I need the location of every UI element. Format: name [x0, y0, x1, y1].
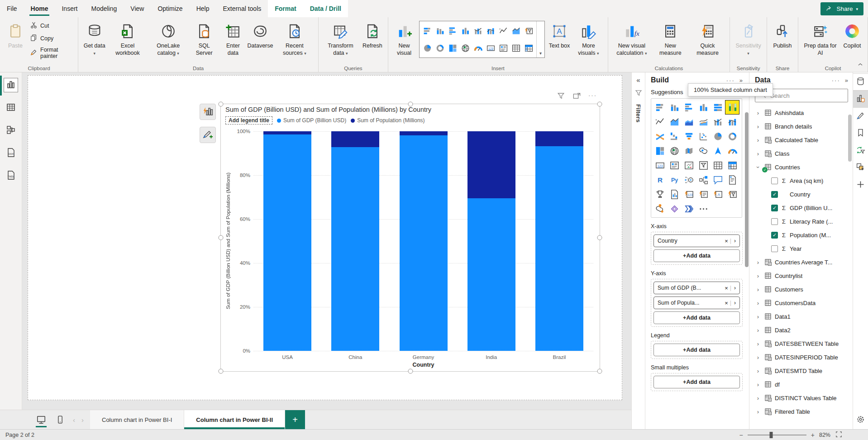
gcol-c-visual-icon[interactable]	[696, 100, 711, 115]
dataverse-button[interactable]: Dataverse	[247, 20, 274, 52]
remove-field-icon[interactable]: ×	[723, 238, 730, 244]
bar-segment[interactable]	[467, 198, 515, 351]
menu-tab-optimize[interactable]: Optimize	[151, 0, 189, 17]
next-page-arrow[interactable]: ›	[81, 416, 84, 424]
gnarr-visual-icon[interactable]	[725, 172, 739, 187]
resize-handle[interactable]	[219, 369, 224, 374]
get-data-button[interactable]: Get data ▾	[81, 20, 108, 58]
gpie-visual-icon[interactable]	[421, 39, 434, 57]
report-page[interactable]: ··· Sum of GDP (Billion USD) and Sum of …	[28, 75, 622, 400]
gtreemap-visual-icon[interactable]	[446, 39, 459, 57]
gdonut-visual-icon[interactable]	[434, 39, 446, 57]
gbar-s-visual-icon[interactable]	[653, 100, 667, 115]
menu-tab-insert[interactable]: Insert	[55, 0, 84, 17]
ggauge-visual-icon[interactable]	[472, 39, 484, 57]
field-options-icon[interactable]: ›	[731, 285, 737, 291]
data-table-customersdata[interactable]: ›CustomersData	[755, 296, 848, 310]
data-table-calculated-table[interactable]: ›Calculated Table	[755, 133, 848, 147]
resize-handle[interactable]	[408, 369, 413, 374]
expand-icon[interactable]: ›	[755, 313, 761, 320]
expand-icon[interactable]: ›	[755, 137, 761, 143]
gbar-c-visual-icon[interactable]	[682, 100, 696, 115]
data-field-year[interactable]: ΣYear	[755, 242, 848, 255]
field-options-icon[interactable]: ›	[731, 238, 737, 244]
bar-segment[interactable]	[331, 147, 379, 351]
bar-segment[interactable]	[263, 134, 311, 351]
new-page-button[interactable]: +	[285, 410, 305, 429]
gcol-c-visual-icon[interactable]	[459, 22, 472, 39]
copy-button[interactable]: Copy	[28, 33, 75, 44]
page-tab-column-chart-in-power-bi-ii[interactable]: Column chart in Power BI-II	[184, 410, 285, 429]
gmatrix-visual-icon[interactable]	[522, 39, 535, 57]
gzapA-visual-icon[interactable]: A	[711, 187, 725, 201]
format-visual-button[interactable]	[200, 127, 216, 143]
menu-tab-help[interactable]: Help	[190, 0, 216, 17]
data-table-countries-average-t[interactable]: ›Countries Average T...	[755, 255, 848, 269]
gwaterfall-visual-icon[interactable]	[667, 129, 682, 143]
legend-item[interactable]: Sum of Population (Millions)	[351, 117, 424, 124]
data-table-datesmtd-table[interactable]: ›DATESMTD Table	[755, 364, 848, 378]
format-painter-button[interactable]: Format painter	[28, 45, 75, 61]
sensitivity-button[interactable]: Sensitivity ▾	[733, 20, 764, 58]
cut-button[interactable]: Cut	[28, 20, 75, 32]
add-pane-button[interactable]	[853, 177, 868, 194]
add-data-button[interactable]: +Add data	[653, 249, 740, 262]
gmap-f-visual-icon[interactable]	[682, 143, 696, 158]
gmap-s-visual-icon[interactable]	[696, 143, 711, 158]
gtreemap-visual-icon[interactable]	[653, 143, 667, 158]
menu-tab-format[interactable]: Format	[268, 0, 303, 17]
gline-visual-icon[interactable]	[653, 115, 667, 129]
field-checkbox-unchecked[interactable]	[771, 245, 778, 252]
field-pill-sum-of-gdp-b[interactable]: Sum of GDP (B...×|›	[653, 282, 740, 294]
gcombo1-visual-icon[interactable]	[711, 115, 725, 129]
gpin-visual-icon[interactable]	[653, 201, 667, 216]
gdecomp-visual-icon[interactable]	[696, 172, 711, 187]
gkeyinf-visual-icon[interactable]	[682, 172, 696, 187]
expand-filters-icon[interactable]: «	[636, 76, 640, 84]
analyze-visual-button[interactable]	[200, 104, 216, 120]
gtrophy-visual-icon[interactable]	[653, 187, 667, 201]
data-field-population-m[interactable]: ✓ΣPopulation (M...	[755, 228, 848, 242]
gallery-expand-icon[interactable]: ▾	[536, 21, 544, 57]
new-visual-calculation-button[interactable]: fxNew visual calculation ▾	[611, 20, 653, 58]
settings-button[interactable]	[856, 415, 865, 426]
expand-icon[interactable]: ›	[755, 273, 761, 279]
report-view-button[interactable]	[4, 78, 18, 92]
data-field-gdp-billion-u[interactable]: ✓ΣGDP (Billion U...	[755, 201, 848, 215]
report-canvas[interactable]: ··· Sum of GDP (Billion USD) and Sum of …	[22, 72, 631, 410]
field-checkbox-unchecked[interactable]	[771, 177, 778, 184]
gbar-100-visual-icon[interactable]	[711, 100, 725, 115]
enter-data-button[interactable]: Enter data	[219, 20, 247, 58]
format-pane-toggle-button[interactable]	[853, 108, 868, 125]
dax-query-view-button[interactable]: DAX	[4, 146, 18, 160]
gpie-visual-icon[interactable]	[711, 129, 725, 143]
expand-icon[interactable]: ›	[755, 395, 761, 402]
collapse-build-pane-icon[interactable]: »	[739, 77, 743, 84]
gglobe-visual-icon[interactable]	[459, 39, 472, 57]
data-field-area-sq-km[interactable]: ΣArea (sq km)	[755, 174, 848, 187]
collapse-data-pane-icon[interactable]: »	[845, 77, 848, 84]
selection-pane-button[interactable]	[853, 159, 868, 177]
resize-handle[interactable]	[597, 235, 602, 240]
gcol-s-visual-icon[interactable]	[434, 22, 446, 39]
gbar-c-visual-icon[interactable]	[446, 22, 459, 39]
collapse-ribbon-icon[interactable]	[857, 62, 863, 69]
gribbon-visual-icon[interactable]	[653, 129, 667, 143]
remove-field-icon[interactable]: ×	[723, 285, 730, 292]
resize-handle[interactable]	[408, 102, 413, 107]
share-button[interactable]: Share▾	[820, 2, 863, 15]
data-pane-toggle-button[interactable]	[853, 73, 868, 91]
data-table-data1[interactable]: ›Data1	[755, 310, 848, 323]
refresh-button[interactable]: Refresh	[360, 20, 385, 52]
filters-pane-label[interactable]: Filters	[635, 104, 642, 123]
excel-workbook-button[interactable]: Excel workbook	[108, 20, 148, 58]
gfunnel-visual-icon[interactable]	[682, 129, 696, 143]
data-table-customers[interactable]: ›Customers	[755, 282, 848, 296]
gglobe-visual-icon[interactable]	[667, 143, 682, 158]
sql-server-button[interactable]: SQL Server	[189, 20, 219, 58]
field-checkbox-checked[interactable]: ✓	[771, 205, 778, 211]
remove-field-icon[interactable]: ×	[723, 300, 730, 306]
gtable-visual-icon[interactable]	[711, 158, 725, 172]
bar-segment[interactable]	[400, 135, 448, 351]
new-visual-button[interactable]: New visual	[391, 20, 417, 58]
